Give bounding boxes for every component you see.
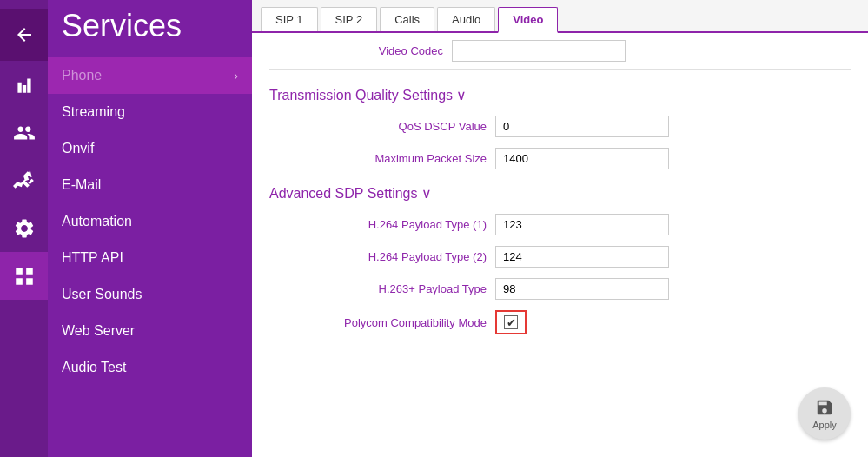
- content-area: Video Codec Transmission Quality Setting…: [252, 33, 868, 457]
- sidebar-item-label: HTTP API: [62, 250, 123, 266]
- polycom-checkbox[interactable]: ✔: [504, 315, 518, 329]
- apply-label: Apply: [812, 420, 837, 430]
- tab-calls[interactable]: Calls: [380, 7, 434, 31]
- main-wrapper: SIP 1 SIP 2 Calls Audio Video Video Code…: [252, 0, 868, 457]
- max-packet-input[interactable]: [495, 148, 669, 169]
- sidebar-item-http-api[interactable]: HTTP API: [48, 240, 252, 276]
- sidebar-item-label: Phone: [62, 68, 102, 83]
- h263-type-row: H.263+ Payload Type: [287, 273, 851, 305]
- sidebar-item-automation[interactable]: Automation: [48, 203, 252, 240]
- h263-type-label: H.263+ Payload Type: [287, 282, 487, 295]
- sidebar-item-onvif[interactable]: Onvif: [48, 130, 252, 167]
- sidebar-item-label: Automation: [62, 214, 132, 229]
- users-nav-icon[interactable]: [0, 109, 48, 156]
- sidebar-title: Services: [48, 0, 252, 57]
- chevron-right-icon: ›: [234, 69, 238, 83]
- transmission-section-header[interactable]: Transmission Quality Settings ∨: [269, 76, 851, 110]
- transmission-header-label: Transmission Quality Settings ∨: [269, 87, 467, 103]
- advanced-section-header[interactable]: Advanced SDP Settings ∨: [269, 175, 851, 209]
- video-codec-label: Video Codec: [269, 44, 443, 57]
- sidebar-menu: Phone › Streaming Onvif E-Mail Automatio…: [48, 57, 252, 386]
- tools-nav-icon[interactable]: [0, 156, 48, 204]
- sidebar-item-email[interactable]: E-Mail: [48, 167, 252, 203]
- sidebar: Services Phone › Streaming Onvif E-Mail …: [48, 0, 252, 457]
- settings-nav-icon[interactable]: [0, 204, 48, 252]
- sidebar-item-streaming[interactable]: Streaming: [48, 94, 252, 130]
- polycom-label: Polycom Compatibility Mode: [287, 316, 487, 329]
- advanced-header-label: Advanced SDP Settings ∨: [269, 185, 432, 202]
- h264-type2-input[interactable]: [495, 246, 669, 268]
- icon-bar: [0, 0, 48, 457]
- h264-type1-input[interactable]: [495, 214, 669, 235]
- h264-type2-row: H.264 Payload Type (2): [287, 241, 851, 273]
- h264-type1-label: H.264 Payload Type (1): [287, 218, 487, 231]
- sidebar-item-phone[interactable]: Phone ›: [48, 57, 252, 94]
- tab-video[interactable]: Video: [498, 7, 558, 33]
- h263-type-input[interactable]: [495, 278, 669, 300]
- qos-label: QoS DSCP Value: [287, 120, 487, 133]
- tab-sip1[interactable]: SIP 1: [261, 7, 318, 31]
- sidebar-item-web-server[interactable]: Web Server: [48, 313, 252, 349]
- h264-type1-row: H.264 Payload Type (1): [287, 209, 851, 241]
- grid-nav-icon[interactable]: [0, 252, 48, 300]
- tab-sip2[interactable]: SIP 2: [321, 7, 378, 31]
- sidebar-item-label: User Sounds: [62, 287, 142, 302]
- back-button[interactable]: [0, 9, 48, 61]
- sidebar-item-audio-test[interactable]: Audio Test: [48, 349, 252, 386]
- polycom-compatibility-box: ✔: [495, 310, 527, 334]
- apply-button[interactable]: Apply: [798, 387, 851, 440]
- video-codec-input[interactable]: [452, 40, 626, 62]
- max-packet-label: Maximum Packet Size: [287, 152, 487, 165]
- bar-chart-nav-icon[interactable]: [0, 61, 48, 109]
- max-packet-row: Maximum Packet Size: [287, 142, 851, 175]
- tab-audio[interactable]: Audio: [437, 7, 495, 31]
- main-content: SIP 1 SIP 2 Calls Audio Video Video Code…: [252, 0, 868, 457]
- sidebar-item-label: Audio Test: [62, 360, 126, 375]
- tabs-bar: SIP 1 SIP 2 Calls Audio Video: [252, 0, 868, 33]
- h264-type2-label: H.264 Payload Type (2): [287, 250, 487, 263]
- sidebar-item-label: Onvif: [62, 141, 94, 156]
- polycom-row: Polycom Compatibility Mode ✔: [287, 305, 851, 340]
- qos-input[interactable]: [495, 116, 669, 137]
- sidebar-item-user-sounds[interactable]: User Sounds: [48, 276, 252, 313]
- qos-row: QoS DSCP Value: [287, 110, 851, 142]
- top-row: Video Codec: [269, 33, 851, 70]
- sidebar-item-label: E-Mail: [62, 177, 101, 193]
- sidebar-item-label: Streaming: [62, 104, 125, 120]
- apply-button-container: Apply: [798, 387, 851, 440]
- sidebar-item-label: Web Server: [62, 323, 135, 339]
